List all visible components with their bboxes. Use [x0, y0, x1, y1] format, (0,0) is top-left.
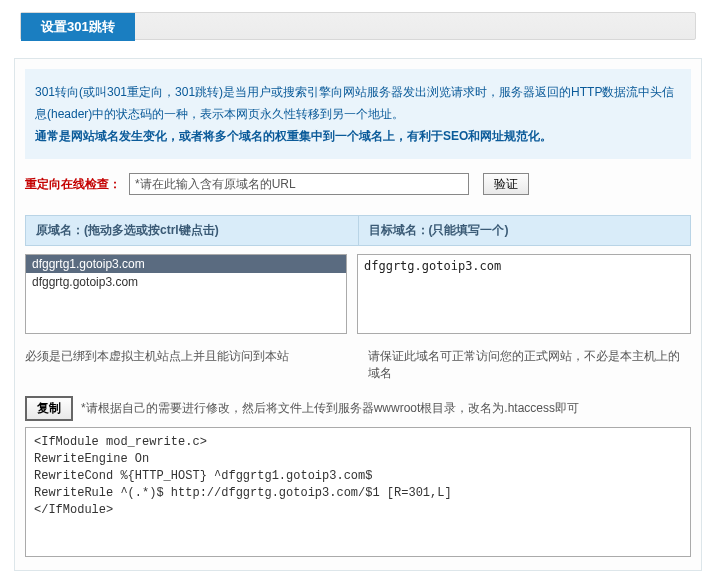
check-url-input[interactable]	[129, 173, 469, 195]
htaccess-code-textarea[interactable]	[25, 427, 691, 557]
domain-columns-body: dfggrtg1.gotoip3.comdfggrtg.gotoip3.com	[25, 254, 691, 334]
copy-button[interactable]: 复制	[25, 396, 73, 421]
source-domain-header: 原域名：(拖动多选或按ctrl键点击)	[26, 216, 359, 245]
source-domain-list[interactable]: dfggrtg1.gotoip3.comdfggrtg.gotoip3.com	[25, 254, 347, 334]
redirect-check-row: 重定向在线检查： 验证	[25, 169, 691, 205]
main-content: 301转向(或叫301重定向，301跳转)是当用户或搜索引擎向网站服务器发出浏览…	[14, 58, 702, 571]
info-line-2: 通常是网站域名发生变化，或者将多个域名的权重集中到一个域名上，有利于SEO和网址…	[35, 125, 681, 147]
copy-note: *请根据自己的需要进行修改，然后将文件上传到服务器wwwroot根目录，改名为.…	[81, 400, 579, 417]
info-line-1: 301转向(或叫301重定向，301跳转)是当用户或搜索引擎向网站服务器发出浏览…	[35, 81, 681, 125]
target-domain-note: 请保证此域名可正常访问您的正式网站，不必是本主机上的域名	[358, 348, 691, 382]
verify-button[interactable]: 验证	[483, 173, 529, 195]
info-box: 301转向(或叫301重定向，301跳转)是当用户或搜索引擎向网站服务器发出浏览…	[25, 69, 691, 159]
header-tab: 设置301跳转	[21, 13, 135, 41]
target-domain-header: 目标域名：(只能填写一个)	[359, 216, 691, 245]
header-bar: 设置301跳转	[20, 12, 696, 40]
domain-columns-notes: 必须是已绑到本虚拟主机站点上并且能访问到本站 请保证此域名可正常访问您的正式网站…	[25, 348, 691, 382]
source-domain-note: 必须是已绑到本虚拟主机站点上并且能访问到本站	[25, 348, 348, 382]
list-item[interactable]: dfggrtg.gotoip3.com	[26, 273, 346, 291]
target-domain-input[interactable]	[357, 254, 691, 334]
list-item[interactable]: dfggrtg1.gotoip3.com	[26, 255, 346, 273]
check-label: 重定向在线检查：	[25, 176, 121, 193]
copy-row: 复制 *请根据自己的需要进行修改，然后将文件上传到服务器wwwroot根目录，改…	[25, 396, 691, 421]
domain-columns-header: 原域名：(拖动多选或按ctrl键点击) 目标域名：(只能填写一个)	[25, 215, 691, 246]
